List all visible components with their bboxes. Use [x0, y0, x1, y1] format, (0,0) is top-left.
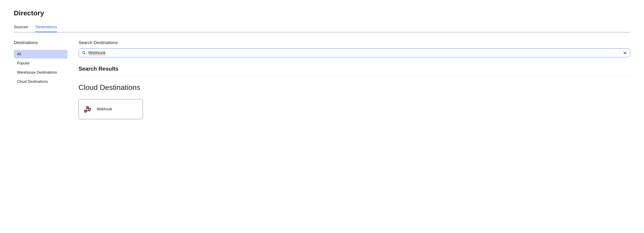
tabs: Sources Destinations: [14, 23, 630, 32]
sidebar-item-all[interactable]: All: [14, 50, 68, 58]
svg-line-1: [84, 53, 86, 54]
results-group-heading: Cloud Destinations: [78, 83, 630, 92]
results-heading: Search Results: [78, 66, 630, 72]
search-label: Search Destinations: [78, 40, 630, 45]
results-divider: [78, 76, 630, 76]
tab-destinations[interactable]: Destinations: [35, 23, 57, 32]
directory-page: Directory Sources Destinations Destinati…: [0, 0, 644, 128]
main-panel: Search Destinations Search Results: [78, 40, 630, 119]
close-icon[interactable]: [623, 51, 627, 55]
sidebar-title: Destinations: [14, 40, 68, 45]
svg-point-4: [87, 106, 88, 108]
card-label: Webhook: [97, 107, 112, 111]
svg-point-5: [85, 110, 86, 111]
sidebar-item-cloud-destinations[interactable]: Cloud Destinations: [14, 77, 68, 86]
card-webhook[interactable]: Webhook: [78, 99, 143, 119]
sidebar: Destinations All Popular Warehouse Desti…: [14, 40, 68, 86]
page-title: Directory: [14, 9, 630, 17]
svg-point-0: [82, 51, 85, 54]
sidebar-item-popular[interactable]: Popular: [14, 59, 68, 68]
search-icon: [82, 51, 86, 55]
search-input[interactable]: [88, 50, 621, 55]
svg-point-6: [89, 110, 90, 111]
search-box[interactable]: [78, 48, 630, 57]
content-area: Destinations All Popular Warehouse Desti…: [14, 40, 630, 119]
sidebar-item-warehouse-destinations[interactable]: Warehouse Destinations: [14, 68, 68, 77]
tab-sources[interactable]: Sources: [14, 23, 28, 32]
result-cards: Webhook: [78, 99, 630, 119]
webhook-icon: [83, 105, 92, 113]
